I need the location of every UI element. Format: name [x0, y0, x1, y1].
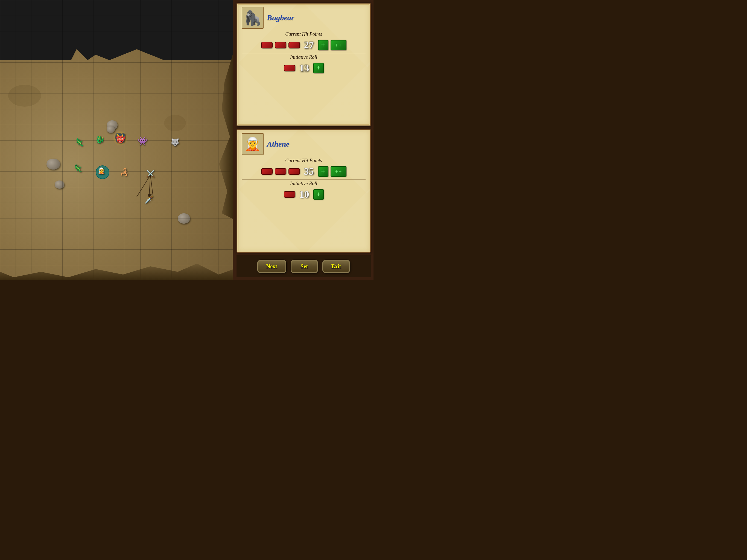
- athene-name: Athene: [267, 140, 289, 149]
- creature-token-hero[interactable]: 🗡️: [145, 196, 153, 204]
- athene-init-plus[interactable]: +: [313, 189, 324, 200]
- athene-hp-label: Current Hit Points: [242, 158, 366, 163]
- bugbear-divider: [242, 53, 366, 53]
- bugbear-hp-label: Current Hit Points: [242, 31, 366, 37]
- bugbear-init-section: Initiative Roll 13 +: [242, 54, 366, 74]
- creature-token-bugbear-1[interactable]: 👹: [113, 130, 128, 146]
- creature-token-2[interactable]: 🐉: [96, 135, 104, 144]
- athene-init-section: Initiative Roll 10 +: [242, 181, 366, 200]
- bugbear-hp-minus-2[interactable]: [275, 42, 286, 48]
- bugbear-init-row: 13 +: [242, 62, 366, 74]
- bugbear-name: Bugbear: [267, 14, 294, 22]
- exit-button[interactable]: Exit: [323, 260, 350, 273]
- bugbear-init-plus[interactable]: +: [313, 63, 324, 73]
- ui-panel: 🦍 Bugbear Current Hit Points 27 + ++ Ini…: [234, 0, 374, 280]
- creature-token-green[interactable]: 🦎: [74, 164, 82, 173]
- bugbear-card: 🦍 Bugbear Current Hit Points 27 + ++ Ini…: [236, 3, 371, 126]
- athene-init-minus[interactable]: [284, 191, 295, 198]
- athene-hp-minus-2[interactable]: [275, 168, 286, 175]
- athene-init-label: Initiative Roll: [242, 181, 366, 186]
- bugbear-header: 🦍 Bugbear: [242, 7, 366, 29]
- creature-token-fallen[interactable]: 🧝: [98, 167, 105, 175]
- athene-hp-plus[interactable]: +: [318, 166, 328, 177]
- athene-avatar: 🧝: [242, 133, 264, 155]
- bugbear-hp-value: 27: [302, 40, 316, 51]
- athene-hp-minus-3[interactable]: [288, 168, 300, 175]
- athene-card: 🧝 Athene Current Hit Points 35 + ++ Init…: [236, 129, 371, 253]
- bugbear-hp-section: Current Hit Points 27 + ++: [242, 31, 366, 51]
- bugbear-hp-plus[interactable]: +: [318, 40, 328, 50]
- athene-hp-double-plus[interactable]: ++: [331, 166, 346, 177]
- bugbear-hp-minus-3[interactable]: [288, 42, 300, 48]
- bugbear-hp-double-plus[interactable]: ++: [331, 40, 346, 50]
- creature-token-bugbear-2[interactable]: 👾: [137, 136, 147, 146]
- bugbear-avatar-icon: 🦍: [244, 9, 262, 26]
- athene-init-value: 10: [298, 189, 311, 200]
- athene-hp-row: 35 + ++: [242, 166, 366, 177]
- athene-hp-value: 35: [302, 166, 316, 177]
- athene-divider: [242, 179, 366, 180]
- bugbear-hp-row: 27 + ++: [242, 40, 366, 51]
- dungeon-map: 🦎 🐉 👹 👾 🐺 🦎 🧝 🦂 ⚔️ 🗡️: [0, 0, 234, 280]
- athene-header: 🧝 Athene: [242, 133, 366, 155]
- bugbear-init-minus[interactable]: [284, 65, 295, 71]
- set-button[interactable]: Set: [291, 260, 318, 273]
- svg-line-2: [150, 175, 153, 197]
- bugbear-init-label: Initiative Roll: [242, 54, 366, 60]
- creature-token-1[interactable]: 🦎: [75, 138, 84, 147]
- next-button[interactable]: Next: [257, 260, 286, 273]
- athene-avatar-icon: 🧝: [244, 136, 261, 152]
- bugbear-avatar: 🦍: [242, 7, 264, 29]
- athene-hp-minus-1[interactable]: [261, 168, 273, 175]
- creature-token-warrior[interactable]: ⚔️: [146, 170, 155, 178]
- athene-init-row: 10 +: [242, 189, 366, 200]
- athene-hp-section: Current Hit Points 35 + ++: [242, 158, 366, 177]
- svg-line-1: [137, 175, 150, 197]
- bugbear-init-value: 13: [298, 62, 311, 74]
- bottom-action-bar: Next Set Exit: [236, 255, 371, 277]
- bugbear-hp-minus-1[interactable]: [261, 42, 273, 48]
- creature-token-scorpion[interactable]: 🦂: [120, 168, 129, 177]
- creature-token-grey[interactable]: 🐺: [171, 138, 179, 147]
